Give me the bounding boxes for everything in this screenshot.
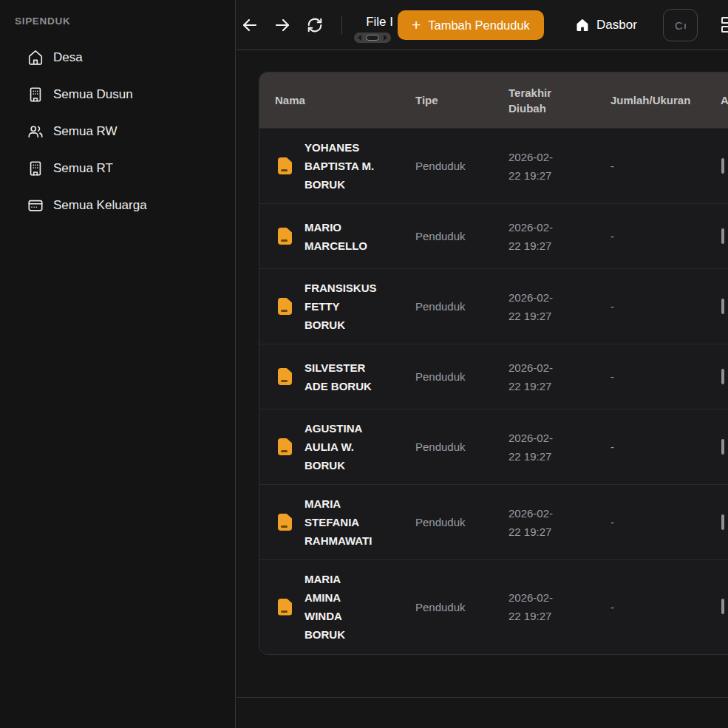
tambah-penduduk-label: Tambah Penduduk: [428, 18, 530, 33]
document-icon: [278, 157, 292, 174]
row-tipe: Penduduk: [415, 157, 508, 175]
app-root: SIPENDUK Desa Semua Dusun Semua RW: [0, 0, 728, 728]
panels-icon[interactable]: [721, 17, 728, 33]
row-tipe: Penduduk: [415, 297, 508, 316]
plus-icon: +: [412, 17, 421, 33]
dashboard-label: Dasbor: [596, 18, 637, 33]
refresh-button[interactable]: [306, 16, 324, 34]
action-icon[interactable]: [721, 299, 724, 314]
table-header: Nama Tipe Terakhir Diubah Jumlah/Ukuran …: [259, 72, 728, 128]
row-tipe: Penduduk: [415, 227, 508, 245]
action-icon[interactable]: [721, 514, 724, 530]
row-name: YOHANES BAPTISTA M. BORUK: [305, 138, 374, 194]
sidebar-item-label: Semua Dusun: [53, 87, 133, 102]
row-name: FRANSISKUS FETTY BORUK: [305, 279, 377, 334]
row-jumlah-ukuran: -: [610, 513, 721, 531]
column-header-aksi: Aksi: [721, 92, 728, 108]
action-icon[interactable]: [721, 599, 724, 614]
document-icon: [278, 228, 292, 245]
app-title: SIPENDUK: [15, 16, 70, 27]
row-name: MARIA AMINA WINDA BORUK: [305, 570, 345, 644]
row-terakhir-diubah: 2026-02- 22 19:27: [508, 218, 610, 255]
table-row[interactable]: YOHANES BAPTISTA M. BORUK Penduduk 2026-…: [259, 128, 728, 203]
sidebar-item-semua-rt[interactable]: Semua RT: [0, 150, 235, 187]
row-jumlah-ukuran: -: [610, 367, 721, 386]
sidebar-item-desa[interactable]: Desa: [0, 39, 235, 76]
row-name: SILVESTER ADE BORUK: [305, 358, 372, 395]
row-terakhir-diubah: 2026-02- 22 19:27: [508, 429, 610, 466]
search-hint-partial: [684, 24, 686, 29]
action-icon[interactable]: [721, 228, 724, 244]
row-name: MARIA STEFANIA RAHMAWATI: [305, 494, 372, 550]
row-name: AGUSTINA AULIA W. BORUK: [305, 419, 362, 474]
table-body: YOHANES BAPTISTA M. BORUK Penduduk 2026-…: [259, 128, 728, 653]
table-row[interactable]: SILVESTER ADE BORUK Penduduk 2026-02- 22…: [259, 344, 728, 409]
sidebar-item-label: Desa: [53, 50, 83, 65]
table-row[interactable]: MARIO MARCELLO Penduduk 2026-02- 22 19:2…: [259, 203, 728, 268]
arrow-left-icon: [241, 25, 259, 36]
row-jumlah-ukuran: -: [610, 438, 721, 456]
table-row[interactable]: MARIA STEFANIA RAHMAWATI Penduduk 2026-0…: [259, 484, 728, 559]
document-icon: [278, 599, 292, 616]
building-icon: [27, 160, 44, 177]
row-tipe: Penduduk: [415, 438, 508, 456]
row-jumlah-ukuran: -: [610, 598, 721, 616]
scroll-thumb[interactable]: [366, 35, 379, 41]
row-jumlah-ukuran: -: [610, 227, 721, 245]
document-icon: [278, 514, 292, 531]
scroll-right-arrow-icon[interactable]: [384, 35, 387, 41]
id-card-icon: [27, 197, 44, 214]
row-terakhir-diubah: 2026-02- 22 19:27: [508, 504, 610, 541]
row-tipe: Penduduk: [415, 513, 508, 531]
row-terakhir-diubah: 2026-02- 22 19:27: [508, 288, 610, 325]
row-name: MARIO MARCELLO: [305, 218, 367, 255]
building-icon: [27, 86, 44, 103]
back-button[interactable]: [241, 16, 259, 34]
topbar: File I + Tambah Penduduk Dasbor C: [237, 0, 728, 50]
document-icon: [278, 298, 292, 315]
column-header-jumlah-ukuran: Jumlah/Ukuran: [610, 92, 721, 108]
sidebar-item-semua-rw[interactable]: Semua RW: [0, 113, 235, 150]
scroll-left-arrow-icon[interactable]: [358, 35, 361, 41]
sidebar-item-semua-keluarga[interactable]: Semua Keluarga: [0, 187, 235, 224]
row-terakhir-diubah: 2026-02- 22 19:27: [508, 148, 610, 185]
people-icon: [27, 123, 44, 140]
column-header-nama: Nama: [259, 92, 415, 108]
sidebar-item-label: Semua RW: [53, 124, 118, 139]
file-table-card: Nama Tipe Terakhir Diubah Jumlah/Ukuran …: [259, 72, 728, 655]
arrow-right-icon: [273, 25, 291, 36]
action-icon[interactable]: [721, 158, 724, 174]
sidebar-item-semua-dusun[interactable]: Semua Dusun: [0, 76, 235, 113]
table-row[interactable]: AGUSTINA AULIA W. BORUK Penduduk 2026-02…: [259, 409, 728, 484]
sidebar-item-label: Semua RT: [53, 161, 113, 176]
file-tab-label[interactable]: File I: [325, 15, 393, 30]
column-header-tipe: Tipe: [415, 92, 508, 108]
search-shortcut-button[interactable]: C: [663, 9, 698, 41]
forward-button[interactable]: [273, 16, 291, 34]
row-tipe: Penduduk: [415, 367, 508, 386]
row-terakhir-diubah: 2026-02- 22 19:27: [508, 358, 610, 395]
action-icon[interactable]: [721, 369, 724, 384]
home-icon: [27, 50, 44, 66]
dashboard-link[interactable]: Dasbor: [575, 0, 637, 50]
row-jumlah-ukuran: -: [610, 157, 721, 175]
row-tipe: Penduduk: [415, 598, 508, 616]
document-icon: [278, 438, 292, 455]
table-row[interactable]: MARIA AMINA WINDA BORUK Penduduk 2026-02…: [259, 559, 728, 653]
refresh-icon: [307, 24, 323, 35]
sidebar: SIPENDUK Desa Semua Dusun Semua RW: [0, 0, 236, 728]
row-terakhir-diubah: 2026-02- 22 19:27: [508, 588, 610, 625]
row-jumlah-ukuran: -: [610, 297, 721, 316]
column-header-terakhir-diubah: Terakhir Diubah: [508, 85, 610, 116]
footer-divider: [237, 697, 728, 698]
sidebar-item-label: Semua Keluarga: [53, 198, 147, 213]
tab-scroll-control: [354, 33, 391, 43]
search-hint-label: C: [675, 19, 683, 32]
action-icon[interactable]: [721, 439, 724, 455]
home-filled-icon: [575, 18, 590, 33]
table-row[interactable]: FRANSISKUS FETTY BORUK Penduduk 2026-02-…: [259, 268, 728, 344]
tambah-penduduk-button[interactable]: + Tambah Penduduk: [398, 10, 544, 40]
document-icon: [278, 368, 292, 385]
